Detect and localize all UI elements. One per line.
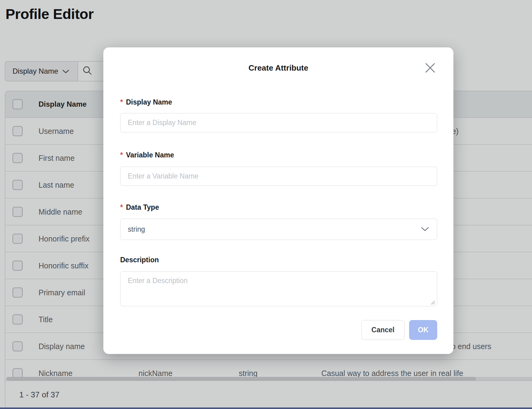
data-type-select[interactable]: string xyxy=(120,219,437,240)
close-icon xyxy=(425,62,436,75)
textarea-resize-handle[interactable] xyxy=(429,299,435,305)
required-asterisk: * xyxy=(120,203,123,211)
chevron-down-icon xyxy=(421,225,429,234)
required-asterisk: * xyxy=(120,98,123,106)
data-type-label: *Data Type xyxy=(120,203,159,212)
close-button[interactable] xyxy=(424,63,436,74)
variable-name-label: *Variable Name xyxy=(120,151,174,159)
modal-title: Create Attribute xyxy=(103,63,453,73)
display-name-input[interactable] xyxy=(120,113,437,132)
description-label: Description xyxy=(120,256,159,264)
cancel-button[interactable]: Cancel xyxy=(361,320,405,340)
description-textarea[interactable] xyxy=(120,271,437,306)
variable-name-input[interactable] xyxy=(120,167,437,186)
required-asterisk: * xyxy=(120,151,123,159)
create-attribute-modal: Create Attribute *Display Name *Variable… xyxy=(103,47,453,354)
ok-button[interactable]: OK xyxy=(409,320,437,340)
display-name-label: *Display Name xyxy=(120,98,172,106)
data-type-selected-value: string xyxy=(128,225,145,234)
